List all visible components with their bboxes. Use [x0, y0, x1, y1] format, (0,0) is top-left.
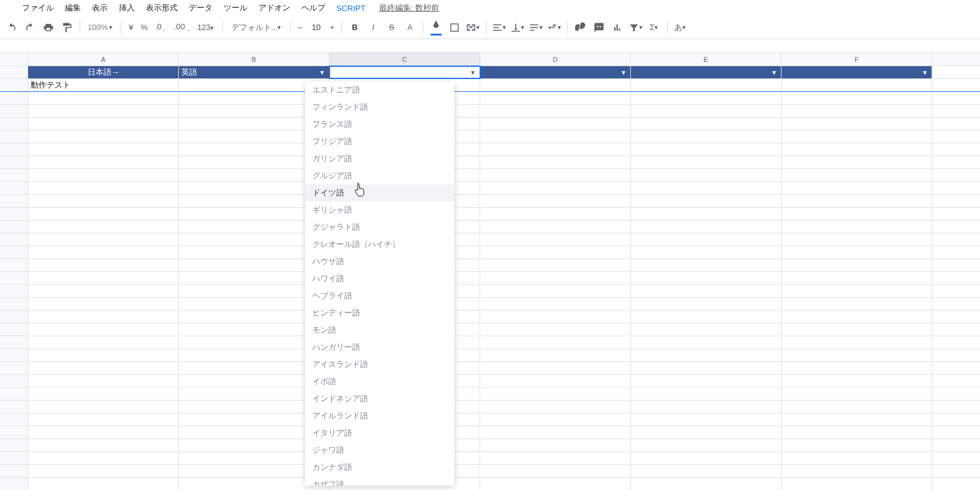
cell[interactable]: [782, 169, 932, 181]
cell[interactable]: [631, 272, 782, 284]
cell[interactable]: [782, 208, 932, 220]
cell[interactable]: [28, 143, 179, 156]
cell[interactable]: [28, 272, 179, 284]
cell[interactable]: [631, 118, 782, 130]
row-header[interactable]: [0, 426, 28, 439]
cell[interactable]: [480, 246, 631, 258]
number-format-button[interactable]: 123▼: [195, 21, 217, 33]
row-header[interactable]: [0, 401, 28, 413]
cell[interactable]: [631, 298, 782, 310]
cell[interactable]: [28, 349, 179, 361]
cell[interactable]: [28, 105, 179, 117]
cell[interactable]: [480, 349, 631, 361]
menu-data[interactable]: データ: [184, 1, 217, 15]
cell[interactable]: [28, 118, 179, 130]
cell[interactable]: [631, 465, 782, 477]
cell[interactable]: [480, 298, 631, 310]
cell[interactable]: [28, 130, 179, 143]
cell[interactable]: [480, 413, 631, 426]
dropdown-option[interactable]: カザフ語: [305, 476, 454, 486]
cell[interactable]: [28, 195, 179, 207]
row-header[interactable]: [0, 375, 28, 387]
dropdown-option[interactable]: エストニア語: [305, 81, 454, 99]
insert-link-button[interactable]: [573, 19, 589, 36]
cell[interactable]: [631, 439, 782, 451]
text-color-button[interactable]: A: [402, 19, 418, 36]
dropdown-option[interactable]: アイスランド語: [305, 356, 454, 373]
cell[interactable]: [631, 156, 782, 168]
cell[interactable]: [631, 130, 782, 143]
print-button[interactable]: [40, 19, 56, 36]
cell[interactable]: [631, 336, 782, 349]
row-header[interactable]: [0, 362, 28, 374]
cell[interactable]: [480, 465, 631, 477]
cell[interactable]: [28, 259, 179, 271]
cell[interactable]: [480, 478, 631, 490]
cell[interactable]: [480, 130, 631, 143]
menu-tools[interactable]: ツール: [219, 1, 252, 15]
cell[interactable]: [480, 259, 631, 271]
column-header-e[interactable]: E: [631, 53, 782, 66]
cell-A2[interactable]: 動作テスト: [28, 79, 179, 91]
cell-E2[interactable]: [631, 79, 782, 91]
dropdown-option[interactable]: クレオール語（ハイチ）: [305, 236, 454, 253]
bold-button[interactable]: B: [347, 19, 363, 36]
cell-F1[interactable]: ▼: [782, 66, 932, 78]
cell[interactable]: [782, 156, 932, 168]
cell[interactable]: [782, 118, 932, 130]
cell[interactable]: [782, 362, 932, 374]
dropdown-option[interactable]: ギリシャ語: [305, 202, 454, 219]
formula-bar[interactable]: [0, 39, 980, 53]
cell[interactable]: [28, 439, 179, 451]
cell[interactable]: [480, 182, 631, 194]
cell[interactable]: [782, 259, 932, 271]
cell[interactable]: [631, 182, 782, 194]
row-header[interactable]: [0, 478, 28, 490]
cell[interactable]: [631, 246, 782, 258]
currency-button[interactable]: ¥: [126, 21, 135, 33]
cell[interactable]: [480, 221, 631, 233]
dropdown-option[interactable]: イボ語: [305, 373, 454, 390]
cell[interactable]: [28, 246, 179, 258]
row-header[interactable]: [0, 92, 28, 104]
cell[interactable]: [631, 413, 782, 426]
row-header[interactable]: [0, 130, 28, 143]
text-wrap-button[interactable]: ▼: [528, 19, 544, 36]
cell[interactable]: [631, 285, 782, 297]
filter-dropdown-icon[interactable]: ▼: [319, 69, 325, 76]
cell[interactable]: [782, 323, 932, 336]
column-header-c[interactable]: C: [330, 53, 480, 66]
cell[interactable]: [631, 478, 782, 490]
row-header[interactable]: [0, 413, 28, 426]
font-size-increase[interactable]: +: [328, 19, 336, 36]
cell[interactable]: [480, 156, 631, 168]
row-header[interactable]: [0, 118, 28, 130]
font-select[interactable]: デフォルト...▼: [228, 22, 286, 33]
paint-format-button[interactable]: [59, 19, 75, 36]
cell[interactable]: [28, 323, 179, 336]
row-header[interactable]: [0, 272, 28, 284]
undo-button[interactable]: [4, 19, 20, 36]
cell[interactable]: [631, 323, 782, 336]
cell[interactable]: [782, 182, 932, 194]
filter-dropdown-icon[interactable]: ▼: [922, 69, 928, 76]
insert-chart-button[interactable]: [609, 19, 625, 36]
text-rotation-button[interactable]: ▼: [546, 19, 562, 36]
decrease-decimal-button[interactable]: .0←: [153, 21, 169, 34]
cell[interactable]: [28, 413, 179, 426]
cell[interactable]: [480, 452, 631, 464]
cell[interactable]: [631, 92, 782, 104]
cell[interactable]: [782, 349, 932, 361]
cell[interactable]: [28, 208, 179, 220]
cell[interactable]: [480, 195, 631, 207]
cell[interactable]: [782, 375, 932, 387]
cell[interactable]: [631, 362, 782, 374]
cell[interactable]: [28, 156, 179, 168]
cell[interactable]: [782, 298, 932, 310]
column-header-f[interactable]: F: [782, 53, 932, 66]
cell[interactable]: [631, 426, 782, 439]
zoom-select[interactable]: 100%▼: [85, 23, 116, 32]
row-header[interactable]: [0, 246, 28, 258]
cell[interactable]: [480, 169, 631, 181]
menu-edit[interactable]: 編集: [60, 1, 86, 15]
